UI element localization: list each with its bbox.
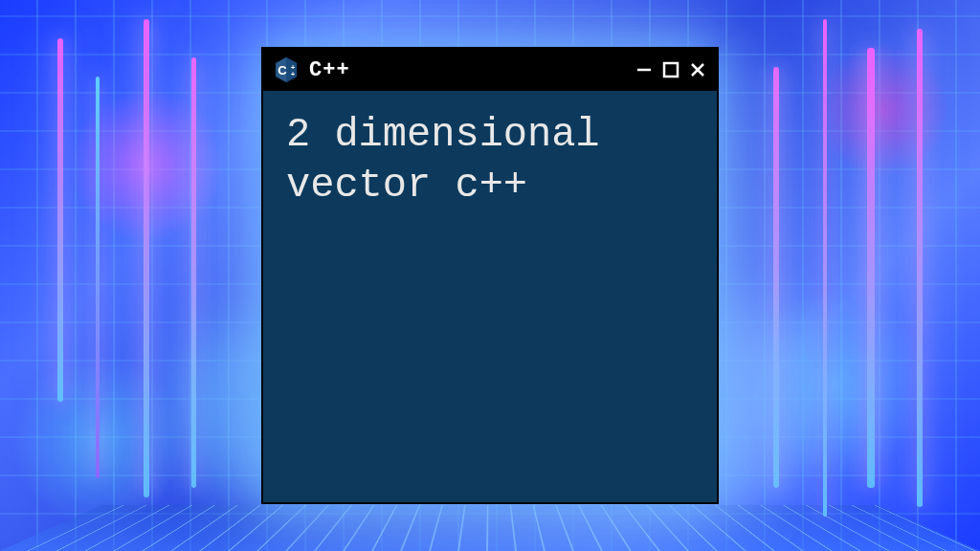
svg-text:C: C <box>278 63 287 77</box>
content-text: 2 dimensional vector c++ <box>286 112 600 209</box>
maximize-button[interactable] <box>661 60 680 79</box>
window-titlebar[interactable]: C + + C++ <box>263 49 717 91</box>
background-floor-grid <box>0 505 980 551</box>
neon-bar-decoration <box>867 48 875 488</box>
svg-text:+: + <box>291 71 295 77</box>
svg-text:+: + <box>291 64 295 71</box>
neon-bar-decoration <box>96 77 100 478</box>
neon-bar-decoration <box>823 19 827 517</box>
window-title: C++ <box>309 58 625 82</box>
minimize-button[interactable] <box>635 60 654 79</box>
neon-bar-decoration <box>57 38 63 402</box>
close-button[interactable] <box>688 60 707 79</box>
neon-bar-decoration <box>917 29 923 507</box>
svg-rect-6 <box>664 63 678 77</box>
cpp-icon: C + + <box>273 56 300 83</box>
terminal-window: C + + C++ 2 dimensional vector c++ <box>261 47 719 504</box>
terminal-content: 2 dimensional vector c++ <box>263 91 717 502</box>
neon-bar-decoration <box>144 19 149 497</box>
window-controls <box>635 60 707 79</box>
